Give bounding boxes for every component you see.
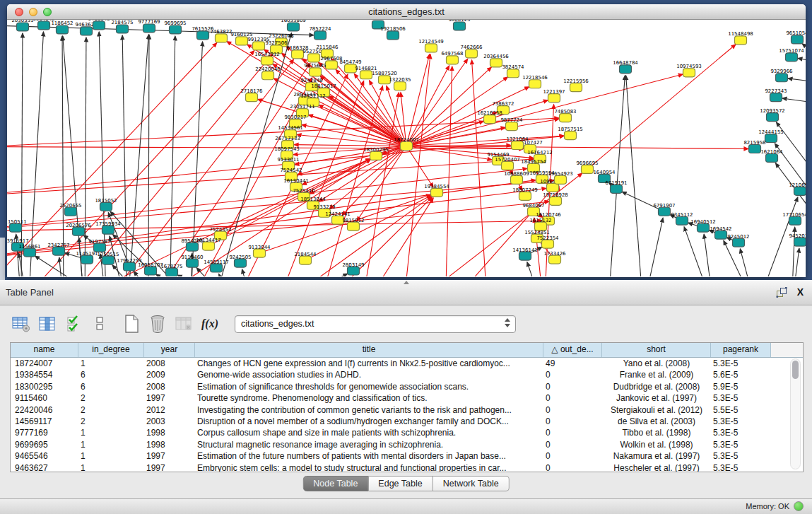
graph-node[interactable] (81, 27, 93, 35)
graph-node[interactable] (548, 94, 560, 103)
graph-node[interactable] (24, 248, 36, 257)
column-header-title[interactable]: title (195, 343, 543, 357)
graph-node[interactable] (767, 113, 779, 122)
graph-node[interactable] (117, 25, 129, 33)
table-row[interactable]: 969969511998Structural magnetic resonanc… (11, 439, 803, 450)
function-builder-button[interactable]: f(x) (200, 314, 220, 334)
graph-node[interactable] (715, 230, 727, 239)
graph-node[interactable] (10, 223, 22, 232)
create-new-button[interactable] (122, 314, 141, 334)
graph-node[interactable] (789, 216, 801, 225)
graph-node[interactable] (683, 69, 695, 77)
graph-node[interactable] (549, 255, 561, 264)
graph-node[interactable] (542, 240, 554, 248)
graph-node[interactable] (170, 25, 182, 34)
graph-node[interactable] (81, 255, 93, 264)
graph-node[interactable] (529, 80, 541, 88)
graph-node[interactable] (550, 197, 562, 205)
graph-node[interactable] (425, 44, 437, 52)
minimize-window-button[interactable] (29, 8, 37, 16)
close-panel-icon[interactable]: X (797, 286, 804, 298)
graph-node[interactable] (348, 267, 360, 275)
graph-node[interactable] (38, 21, 50, 30)
table-settings-button[interactable] (11, 314, 31, 334)
graph-node[interactable] (387, 31, 399, 40)
graph-node[interactable] (676, 216, 688, 225)
float-panel-icon[interactable] (776, 287, 787, 298)
column-header-short[interactable]: short (602, 343, 711, 357)
graph-node[interactable] (507, 69, 519, 78)
network-window-titlebar[interactable]: citations_edges.txt (7, 4, 806, 20)
graph-node[interactable] (547, 183, 559, 192)
graph-node[interactable] (519, 252, 531, 260)
graph-node[interactable] (102, 226, 114, 234)
graph-node[interactable] (611, 185, 623, 193)
graph-node[interactable] (733, 238, 745, 247)
graph-node[interactable] (749, 145, 761, 153)
graph-node[interactable] (288, 23, 300, 31)
graph-node[interactable] (187, 243, 199, 251)
graph-node[interactable] (145, 267, 157, 275)
table-selector[interactable]: citations_edges.txt (235, 315, 516, 333)
table-row[interactable]: 1872400712008Changes of HCN gene express… (11, 358, 803, 369)
graph-node[interactable] (211, 264, 223, 272)
tab-edge-table[interactable]: Edge Table (368, 476, 433, 491)
graph-node[interactable] (582, 165, 594, 173)
graph-node[interactable] (300, 256, 312, 264)
column-header-name[interactable]: name (11, 343, 78, 357)
column-header-out_degree[interactable]: △ out_de... (543, 343, 602, 357)
graph-node[interactable] (360, 71, 372, 79)
graph-node[interactable] (565, 132, 577, 140)
table-row[interactable]: 977716911998Corpus callosum shape and si… (11, 427, 803, 438)
graph-node[interactable] (560, 114, 572, 122)
graph-node[interactable] (490, 59, 502, 67)
graph-node[interactable] (348, 222, 360, 230)
graph-node[interactable] (187, 259, 199, 267)
column-header-year[interactable]: year (144, 343, 195, 357)
graph-node[interactable] (466, 49, 478, 58)
clear-selection-button[interactable] (90, 314, 110, 334)
graph-node[interactable] (57, 25, 69, 34)
graph-node[interactable] (308, 54, 320, 62)
select-all-button[interactable] (64, 314, 83, 334)
graph-node[interactable] (776, 74, 788, 82)
table-row[interactable]: 946554611997Estimation of the future num… (11, 450, 803, 462)
table-row[interactable]: 2242004622012Investigating the contribut… (11, 404, 803, 416)
graph-node[interactable] (197, 31, 209, 40)
delete-button[interactable] (148, 314, 167, 334)
graph-node[interactable] (454, 22, 466, 30)
graph-node[interactable] (261, 57, 273, 65)
graph-node[interactable] (326, 61, 338, 69)
graph-node[interactable] (102, 256, 114, 264)
graph-node[interactable] (314, 31, 326, 40)
graph-node[interactable] (262, 71, 274, 80)
table-row[interactable]: 1938455462009Genome-wide association stu… (11, 369, 803, 380)
graph-node[interactable] (735, 36, 747, 45)
graph-node[interactable] (93, 21, 105, 30)
graph-node[interactable] (555, 175, 567, 184)
graph-node[interactable] (698, 223, 710, 232)
delete-table-button[interactable] (174, 314, 194, 334)
column-header-pagerank[interactable]: pagerank (711, 343, 771, 357)
graph-node[interactable] (254, 249, 266, 257)
zoom-window-button[interactable] (43, 8, 52, 16)
graph-node[interactable] (166, 268, 178, 276)
table-row[interactable]: 1456911722003Disruption of a novel membe… (11, 416, 803, 427)
graph-node[interactable] (620, 65, 632, 74)
graph-node[interactable] (786, 53, 798, 62)
splitter-handle[interactable] (404, 281, 409, 284)
graph-node[interactable] (519, 192, 531, 200)
column-header-in_degree[interactable]: in_degree (78, 343, 144, 357)
graph-node[interactable] (502, 161, 514, 170)
graph-node[interactable] (235, 259, 247, 267)
graph-node[interactable] (770, 93, 782, 102)
graph-node[interactable] (394, 82, 406, 90)
graph-node[interactable] (794, 187, 806, 195)
graph-node[interactable] (401, 142, 413, 151)
graph-node[interactable] (253, 42, 265, 50)
graph-node[interactable] (512, 141, 524, 150)
graph-node[interactable] (570, 83, 582, 92)
graph-node[interactable] (246, 93, 258, 102)
graph-node[interactable] (765, 134, 777, 143)
graph-node[interactable] (100, 202, 112, 211)
